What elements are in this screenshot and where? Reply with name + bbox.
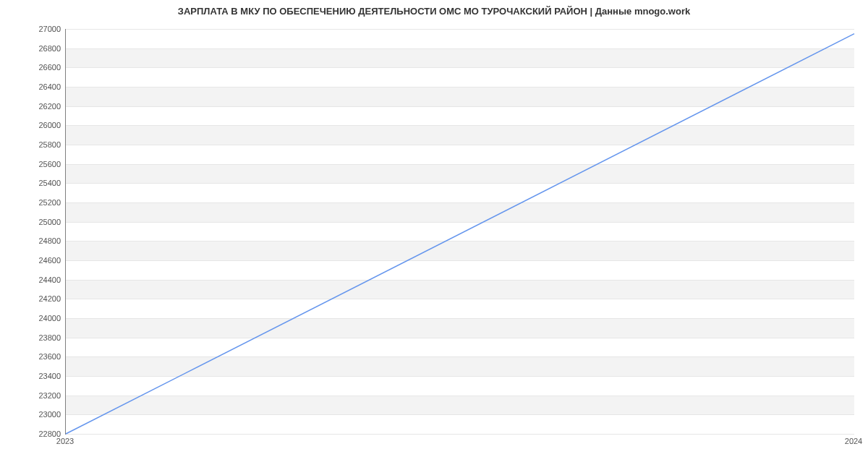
y-tick-label: 23200 bbox=[3, 391, 61, 400]
y-tick-label: 26400 bbox=[3, 82, 61, 91]
y-tick-label: 25800 bbox=[3, 140, 61, 149]
gridline bbox=[66, 434, 854, 435]
chart-title: ЗАРПЛАТА В МКУ ПО ОБЕСПЕЧЕНИЮ ДЕЯТЕЛЬНОС… bbox=[0, 6, 868, 17]
line-layer bbox=[66, 29, 854, 434]
y-tick-label: 23800 bbox=[3, 333, 61, 342]
y-tick-label: 26200 bbox=[3, 102, 61, 111]
y-tick-label: 24000 bbox=[3, 314, 61, 322]
y-tick-label: 25200 bbox=[3, 198, 61, 207]
line-chart: ЗАРПЛАТА В МКУ ПО ОБЕСПЕЧЕНИЮ ДЕЯТЕЛЬНОС… bbox=[0, 0, 868, 470]
y-tick-label: 26000 bbox=[3, 121, 61, 129]
y-tick-label: 25000 bbox=[3, 218, 61, 226]
y-tick-label: 23600 bbox=[3, 352, 61, 361]
y-tick-label: 24600 bbox=[3, 256, 61, 265]
y-tick-label: 24800 bbox=[3, 236, 61, 245]
y-tick-label: 23000 bbox=[3, 410, 61, 419]
y-tick-label: 26800 bbox=[3, 44, 61, 53]
y-tick-label: 22800 bbox=[3, 430, 61, 438]
y-tick-label: 25400 bbox=[3, 179, 61, 187]
y-tick-label: 25600 bbox=[3, 160, 61, 168]
series-line bbox=[66, 34, 854, 434]
y-tick-label: 23400 bbox=[3, 372, 61, 380]
y-tick-label: 24200 bbox=[3, 294, 61, 303]
y-tick-label: 24400 bbox=[3, 275, 61, 284]
y-tick-label: 26600 bbox=[3, 63, 61, 72]
x-tick-label: 2024 bbox=[845, 437, 862, 445]
y-tick-label: 27000 bbox=[3, 25, 61, 33]
plot-area bbox=[65, 29, 854, 435]
x-tick-label: 2023 bbox=[56, 437, 74, 445]
